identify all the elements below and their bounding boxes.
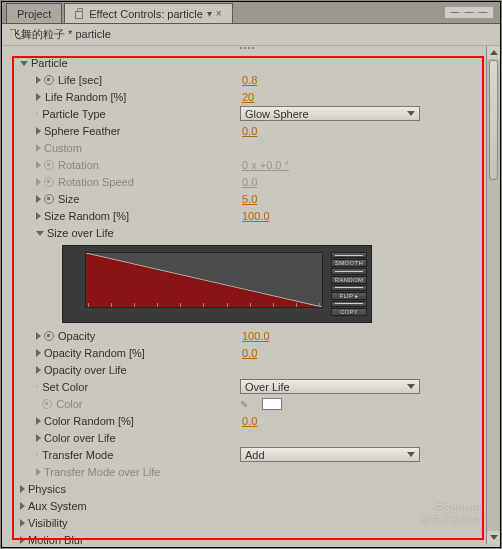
tab-effect-controls[interactable]: Effect Controls: particle ▾ × [64, 3, 232, 23]
graph-preset-4-button[interactable] [331, 301, 367, 307]
scrollbar-vertical[interactable] [486, 46, 500, 544]
chevron-down-icon[interactable]: ▾ [207, 8, 212, 19]
value-rotation-speed: 0.0 [242, 176, 257, 188]
disclosure-triangle-icon[interactable] [36, 212, 41, 220]
value-life-random[interactable]: 20 [242, 91, 254, 103]
tab-bar: Project Effect Controls: particle ▾ × [2, 2, 500, 24]
graph-preset-2-button[interactable] [331, 268, 367, 274]
disclosure-triangle-icon[interactable] [36, 417, 41, 425]
graph-canvas[interactable]: SIZE BIRTHDEATH [85, 252, 323, 308]
value-opacity[interactable]: 100.0 [242, 330, 270, 342]
chevron-down-icon [407, 111, 415, 116]
graph-death-label: DEATH [281, 307, 322, 308]
prop-size: Size5.0 [2, 190, 500, 207]
disclosure-triangle-icon[interactable] [20, 502, 25, 510]
prop-rotation-speed: Rotation Speed0.0 [2, 173, 500, 190]
group-color-over-life[interactable]: Color over Life [2, 429, 500, 446]
color-well [262, 398, 282, 410]
disclosure-triangle-icon [36, 144, 41, 152]
graph-flip-button[interactable]: FLIP ▸ [331, 292, 367, 300]
disclosure-triangle-icon[interactable] [20, 536, 25, 544]
scroll-down-button[interactable] [487, 531, 500, 544]
prop-color-random: Color Random [%]0.0 [2, 412, 500, 429]
prop-opacity: Opacity100.0 [2, 327, 500, 344]
group-aux-system[interactable]: Aux System [2, 497, 500, 514]
group-custom: Custom [2, 139, 500, 156]
stopwatch-icon[interactable] [44, 194, 54, 204]
value-sphere-feather[interactable]: 0.0 [242, 125, 257, 137]
value-color-random[interactable]: 0.0 [242, 415, 257, 427]
tab-project[interactable]: Project [6, 3, 62, 23]
value-opacity-random[interactable]: 0.0 [242, 347, 257, 359]
dropdown-particle-type[interactable]: Glow Sphere [240, 106, 420, 121]
disclosure-triangle-icon [36, 161, 41, 169]
stopwatch-icon[interactable] [44, 331, 54, 341]
lock-icon [75, 11, 83, 19]
eyedropper-icon [240, 398, 254, 410]
prop-set-color: ·Set Color Over Life [2, 378, 500, 395]
close-icon[interactable]: × [216, 8, 222, 19]
graph-preset-3-button[interactable] [331, 285, 367, 291]
stopwatch-icon[interactable] [44, 75, 54, 85]
disclosure-triangle-icon[interactable] [20, 61, 28, 66]
prop-color: ·Color [2, 395, 500, 412]
chevron-down-icon [407, 384, 415, 389]
graph-preset-1-button[interactable] [331, 252, 367, 258]
disclosure-triangle-icon[interactable] [36, 332, 41, 340]
disclosure-triangle-icon [36, 468, 41, 476]
graph-random-button[interactable]: RANDOM [331, 276, 367, 284]
value-rotation: 0 x +0.0 ° [242, 159, 289, 171]
graph-birth-label: BIRTH [86, 307, 124, 308]
graph-smooth-button[interactable]: SMOOTH [331, 259, 367, 267]
value-size-random[interactable]: 100.0 [242, 210, 270, 222]
prop-life: Life [sec]0.8 [2, 71, 500, 88]
scroll-thumb[interactable] [489, 60, 498, 180]
prop-opacity-random: Opacity Random [%]0.0 [2, 344, 500, 361]
panel-menu-icon[interactable] [444, 6, 494, 19]
group-visibility[interactable]: Visibility [2, 514, 500, 531]
group-opacity-over-life[interactable]: Opacity over Life [2, 361, 500, 378]
group-motion-blur[interactable]: Motion Blur [2, 531, 500, 544]
chevron-down-icon [407, 452, 415, 457]
dropdown-transfer-mode[interactable]: Add [240, 447, 420, 462]
breadcrumb: 飞舞的粒子 * particle [2, 24, 500, 46]
value-size[interactable]: 5.0 [242, 193, 257, 205]
stopwatch-icon [42, 399, 52, 409]
graph-copy-button[interactable]: COPY [331, 308, 367, 316]
stopwatch-icon [44, 160, 54, 170]
disclosure-triangle-icon[interactable] [36, 93, 41, 101]
group-physics[interactable]: Physics [2, 480, 500, 497]
disclosure-triangle-icon[interactable] [36, 195, 41, 203]
disclosure-triangle-icon[interactable] [36, 76, 41, 84]
disclosure-triangle-icon[interactable] [20, 485, 25, 493]
scroll-up-button[interactable] [487, 46, 500, 59]
group-transfer-mode-over-life: Transfer Mode over Life [2, 463, 500, 480]
size-over-life-graph[interactable]: SIZE BIRTHDEATH SMOOTH RANDOM FLIP ▸ COP… [62, 245, 372, 323]
disclosure-triangle-icon[interactable] [20, 519, 25, 527]
prop-particle-type: ·Particle Type Glow Sphere [2, 105, 500, 122]
disclosure-triangle-icon[interactable] [36, 349, 41, 357]
prop-sphere-feather: Sphere Feather0.0 [2, 122, 500, 139]
disclosure-triangle-icon[interactable] [36, 127, 41, 135]
disclosure-triangle-icon[interactable] [36, 231, 44, 236]
group-particle[interactable]: Particle [2, 54, 500, 71]
group-size-over-life[interactable]: Size over Life [2, 224, 500, 241]
tab-label: Effect Controls: particle [89, 8, 203, 20]
prop-transfer-mode: ·Transfer Mode Add [2, 446, 500, 463]
disclosure-triangle-icon [36, 178, 41, 186]
column-resize-handle[interactable] [240, 46, 256, 52]
prop-size-random: Size Random [%]100.0 [2, 207, 500, 224]
dropdown-set-color[interactable]: Over Life [240, 379, 420, 394]
disclosure-triangle-icon[interactable] [36, 434, 41, 442]
prop-life-random: Life Random [%]20 [2, 88, 500, 105]
disclosure-triangle-icon[interactable] [36, 366, 41, 374]
stopwatch-icon [44, 177, 54, 187]
prop-rotation: Rotation0 x +0.0 ° [2, 156, 500, 173]
value-life[interactable]: 0.8 [242, 74, 257, 86]
